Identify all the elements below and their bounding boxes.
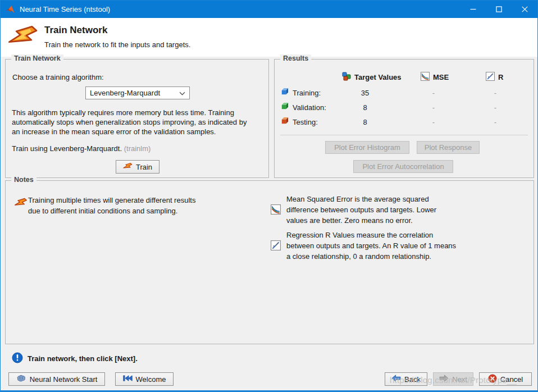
page-title: Train Network: [44, 25, 107, 36]
testing-mse-value: -: [417, 118, 450, 126]
training-target-value: 35: [348, 89, 382, 97]
welcome-button[interactable]: Welcome: [115, 372, 174, 386]
maximize-button[interactable]: [486, 1, 512, 18]
close-button[interactable]: [512, 1, 537, 18]
plot-error-histogram-label: Plot Error Histogram: [334, 143, 400, 152]
cancel-button[interactable]: Cancel: [479, 372, 532, 386]
algorithm-dropdown[interactable]: Levenberg-Marquardt: [85, 86, 190, 99]
plot-error-autocorrelation-label: Plot Error Autocorrelation: [362, 162, 444, 171]
plot-response-button[interactable]: Plot Response: [417, 141, 480, 154]
training-mse-value: -: [417, 89, 450, 97]
train-button-arrow-icon: [123, 162, 133, 172]
target-values-cubes-icon: [342, 72, 351, 83]
training-row-label: Training:: [293, 89, 321, 97]
matlab-logo-icon: [6, 5, 15, 13]
back-label: Back: [404, 375, 421, 384]
validation-target-value: 8: [348, 103, 382, 112]
testing-r-value: -: [478, 118, 512, 126]
algorithm-description: This algorithm typically requires more m…: [12, 108, 265, 136]
results-separator: [280, 135, 528, 135]
plot-error-autocorrelation-button[interactable]: Plot Error Autocorrelation: [353, 160, 453, 173]
train-using-line: Train using Levenberg-Marquardt. (trainl…: [12, 144, 151, 153]
mse-note-icon: [271, 204, 281, 216]
train-panel-legend: Train Network: [11, 54, 63, 62]
column-header-target-values: Target Values: [342, 72, 402, 83]
window-title: Neural Time Series (ntstool): [20, 5, 110, 13]
ntstool-window: Neural Time Series (ntstool) Train Netwo…: [0, 0, 538, 392]
note-training-text: Training multiple times will generate di…: [28, 195, 195, 216]
brain-icon: [16, 375, 26, 384]
rewind-icon: [123, 375, 133, 384]
info-exclamation-icon: [12, 352, 23, 365]
cancel-label: Cancel: [500, 375, 523, 384]
results-row-validation: Validation:: [280, 102, 326, 112]
validation-mse-value: -: [417, 103, 450, 112]
training-r-value: -: [478, 89, 512, 97]
chevron-down-icon: [179, 89, 185, 97]
welcome-label: Welcome: [136, 375, 166, 384]
choose-algorithm-label: Choose a training algorithm:: [12, 73, 104, 81]
testing-target-value: 8: [348, 118, 382, 126]
back-button[interactable]: Back: [385, 372, 427, 386]
validation-row-label: Validation:: [293, 103, 326, 112]
title-bar[interactable]: Neural Time Series (ntstool): [1, 1, 537, 18]
next-label: Next: [452, 375, 467, 384]
train-button[interactable]: Train: [116, 160, 159, 174]
results-panel-legend: Results: [280, 54, 311, 62]
back-arrow-icon: [391, 375, 401, 384]
page-subtitle: Train the network to fit the inputs and …: [44, 40, 190, 49]
neural-network-start-label: Neural Network Start: [30, 375, 98, 384]
window-controls: [460, 1, 537, 18]
next-button[interactable]: Next: [433, 372, 473, 386]
regression-icon: [486, 72, 495, 83]
note-arrow-icon: [15, 197, 27, 211]
note-mse-text: Mean Squared Error is the average square…: [286, 194, 436, 226]
notes-panel-legend: Notes: [11, 176, 37, 184]
r-header-label: R: [498, 73, 503, 81]
testing-row-label: Testing:: [293, 118, 318, 126]
training-cube-icon: [280, 88, 289, 98]
minimize-button[interactable]: [460, 1, 486, 18]
results-row-testing: Testing:: [280, 117, 318, 127]
page-header: Train Network Train the network to fit t…: [1, 18, 537, 57]
status-message: Train network, then click [Next].: [28, 354, 138, 363]
plot-error-histogram-button[interactable]: Plot Error Histogram: [325, 141, 409, 154]
next-arrow-icon: [439, 375, 449, 384]
mse-header-label: MSE: [433, 73, 449, 81]
column-header-r: R: [486, 72, 503, 83]
testing-cube-icon: [280, 117, 289, 127]
target-values-header-label: Target Values: [354, 73, 402, 81]
results-row-training: Training:: [280, 88, 321, 98]
cancel-x-icon: [488, 374, 497, 385]
train-network-panel: Train Network Choose a training algorith…: [5, 59, 269, 178]
train-button-label: Train: [136, 163, 152, 171]
neural-network-start-button[interactable]: Neural Network Start: [8, 372, 105, 386]
validation-cube-icon: [280, 102, 289, 112]
train-using-text: Train using Levenberg-Marquardt.: [12, 144, 122, 153]
train-function-name: (trainlm): [124, 144, 151, 153]
notes-panel: Notes Training multiple times will gener…: [5, 180, 534, 344]
validation-r-value: -: [478, 103, 512, 112]
plot-response-label: Plot Response: [425, 143, 472, 152]
mse-icon: [421, 72, 430, 83]
algorithm-dropdown-value: Levenberg-Marquardt: [90, 89, 160, 97]
note-r-text: Regression R Values measure the correlat…: [286, 230, 456, 262]
column-header-mse: MSE: [421, 72, 449, 83]
train-arrow-icon: [8, 21, 38, 53]
regression-note-icon: [271, 240, 281, 252]
results-panel: Results Target Values MSE: [274, 59, 534, 178]
